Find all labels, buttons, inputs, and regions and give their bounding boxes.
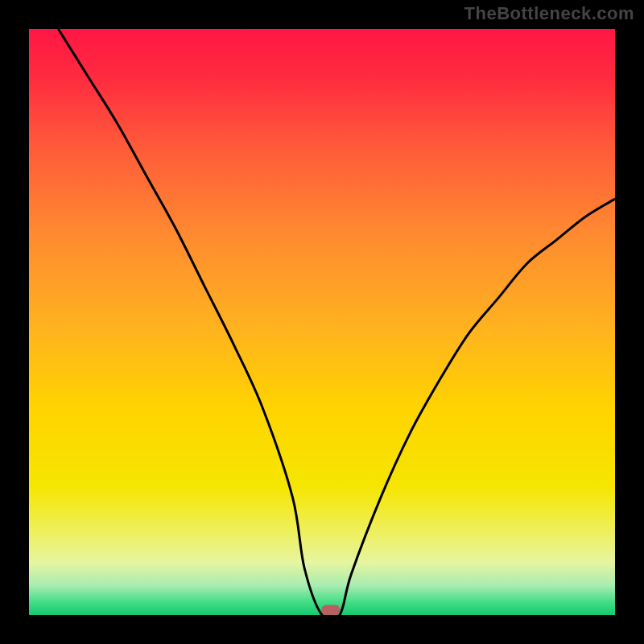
gradient-background (29, 29, 615, 615)
plot-area (29, 29, 615, 615)
chart-frame: TheBottleneck.com (0, 0, 644, 644)
marker-pill (322, 605, 340, 615)
watermark-text: TheBottleneck.com (464, 3, 634, 24)
plot-svg (29, 29, 615, 615)
